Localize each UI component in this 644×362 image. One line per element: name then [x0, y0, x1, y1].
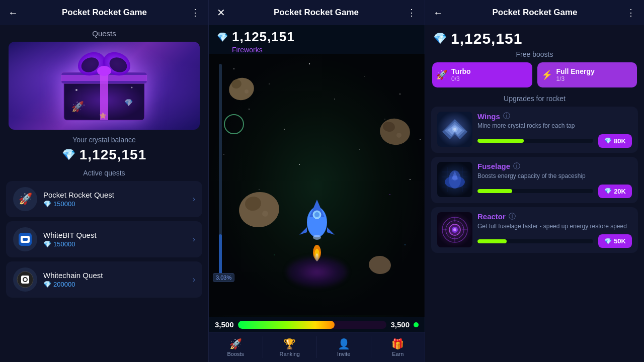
full-energy-count: 1/3	[556, 75, 565, 82]
reactor-upgrade-button[interactable]: 💎 50K	[598, 234, 632, 248]
svg-point-33	[420, 139, 421, 140]
game-crystal-icon: 💎	[217, 32, 228, 43]
panel1-header: ← Pocket Rocket Game ⋮	[0, 0, 208, 25]
quest-name-0: Pocket Rocket Quest	[43, 191, 187, 199]
panel3-score: 💎 1,125,151	[425, 25, 644, 48]
energy-bar-fill	[219, 234, 222, 277]
turbo-boost-button[interactable]: 🚀 Turbo 0/3	[432, 62, 532, 87]
full-energy-boost-button[interactable]: ⚡ Full Energy 1/3	[537, 62, 637, 87]
wings-image	[437, 112, 472, 147]
svg-text:💎: 💎	[124, 99, 133, 107]
nav-item-invite[interactable]: 👤 Invite	[317, 332, 371, 362]
fuselage-progress-fill	[477, 189, 512, 193]
game-crystal-number: 1,125,151	[232, 29, 295, 45]
reactor-name-row: Reactor ⓘ	[477, 212, 632, 221]
panel3-crystal-number: 1,125,151	[451, 30, 522, 47]
crystal-balance-label: Your crystal balance	[0, 134, 208, 145]
free-boosts-title: Free boosts	[425, 48, 644, 62]
quest-reward-icon-2: 💎	[43, 281, 51, 288]
turbo-info: Turbo 0/3	[451, 67, 471, 82]
quest-info-0: Pocket Rocket Quest 💎 150000	[43, 191, 187, 208]
reactor-info: Reactor ⓘ Get full fuselage faster - spe…	[477, 212, 632, 248]
active-quests-title: Active quests	[0, 167, 208, 181]
quest-reward-1: 💎 150000	[43, 240, 187, 248]
svg-point-57	[313, 235, 321, 240]
turbo-count: 0/3	[451, 75, 460, 82]
quest-item-1[interactable]: WhiteBIT Quest 💎 150000 ›	[6, 221, 202, 257]
svg-point-37	[259, 189, 259, 190]
fuselage-bottom: 💎 20K	[477, 185, 632, 198]
ranking-label: Ranking	[280, 351, 300, 357]
full-energy-name: Full Energy	[556, 67, 595, 75]
game-score: 💎 1,125,151	[209, 25, 425, 46]
fuselage-upgrade-button[interactable]: 💎 20K	[598, 185, 632, 198]
wings-name: Wings	[477, 112, 500, 121]
upgrade-item-reactor: Reactor ⓘ Get full fuselage faster - spe…	[431, 207, 638, 253]
quest-name-2: Whitechain Quest	[43, 271, 187, 280]
quest-arrow-0: ›	[193, 195, 195, 204]
quest-icon-0: 🚀	[13, 187, 37, 211]
svg-point-43	[405, 244, 406, 245]
svg-point-28	[399, 94, 400, 95]
svg-point-49	[396, 133, 401, 138]
quest-name-1: WhiteBIT Quest	[43, 231, 187, 239]
svg-point-9	[97, 66, 111, 76]
boost-buttons-row: 🚀 Turbo 0/3 ⚡ Full Energy 1/3	[425, 62, 644, 93]
panel1-title: Pocket Rocket Game	[62, 8, 147, 18]
nav-item-boosts[interactable]: 🚀 Boosts	[209, 332, 263, 362]
progress-dot	[414, 322, 419, 327]
reactor-progress-bar	[477, 239, 593, 243]
panel2-menu-button[interactable]: ⋮	[407, 7, 417, 18]
svg-point-40	[389, 194, 390, 195]
quest-reward-icon-1: 💎	[43, 240, 51, 248]
quest-icon-1	[13, 227, 37, 251]
fuselage-progress-bar	[477, 189, 593, 193]
upgrades-panel: ← Pocket Rocket Game ⋮ 💎 1,125,151 Free …	[425, 0, 644, 362]
fuselage-image	[437, 162, 472, 197]
panel1-crystal-icon: 💎	[62, 148, 75, 161]
turbo-icon: 🚀	[436, 69, 447, 80]
nav-item-ranking[interactable]: 🏆 Ranking	[263, 332, 317, 362]
energy-bar-track	[219, 64, 222, 277]
panel3-crystal-icon: 💎	[433, 32, 447, 45]
quest-reward-value-1: 150000	[53, 240, 75, 248]
quest-item-2[interactable]: Whitechain Quest 💎 200000 ›	[6, 261, 202, 298]
game-area[interactable]: 3.03%	[209, 54, 425, 317]
fireworks-label: Fireworks	[209, 46, 425, 54]
planet-ring	[224, 114, 244, 134]
wings-cost-icon: 💎	[604, 137, 612, 144]
wings-bottom: 💎 80K	[477, 134, 632, 148]
energy-progress-fill	[238, 321, 335, 329]
reactor-cost: 50K	[614, 237, 626, 245]
progress-percentage-badge: 3.03%	[213, 273, 234, 282]
wings-cost: 80K	[614, 137, 626, 145]
panel1-menu-button[interactable]: ⋮	[191, 7, 200, 18]
svg-point-52	[262, 211, 268, 217]
panel3-title: Pocket Rocket Game	[492, 8, 577, 18]
wings-progress-bar	[477, 139, 593, 143]
panel2-close-button[interactable]: ✕	[217, 7, 225, 19]
fuselage-info: Fuselage ⓘ Boosts energy capacity of the…	[477, 162, 632, 198]
nav-item-earn[interactable]: 🎁 Earn	[371, 332, 425, 362]
wings-info: Wings ⓘ Mine more crystal rocks for each…	[477, 112, 632, 148]
svg-point-29	[249, 109, 250, 110]
reactor-name: Reactor	[477, 212, 506, 221]
quest-item-0[interactable]: 🚀 Pocket Rocket Quest 💎 150000 ›	[6, 181, 202, 217]
svg-point-30	[334, 99, 335, 100]
boosts-label: Boosts	[227, 351, 244, 357]
panel2-title: Pocket Rocket Game	[274, 8, 359, 18]
panel1-back-button[interactable]: ←	[8, 7, 18, 19]
fuselage-info-icon: ⓘ	[513, 162, 520, 171]
turbo-name: Turbo	[451, 67, 471, 75]
fuselage-name: Fuselage	[477, 162, 510, 170]
panel3-menu-button[interactable]: ⋮	[626, 7, 636, 18]
fuselage-cost-icon: 💎	[604, 188, 612, 195]
upgrade-item-wings: Wings ⓘ Mine more crystal rocks for each…	[431, 107, 638, 153]
wings-upgrade-button[interactable]: 💎 80K	[598, 134, 632, 148]
wings-info-icon: ⓘ	[503, 112, 510, 121]
svg-point-72	[452, 175, 457, 180]
svg-point-34	[223, 154, 224, 155]
panel1-crystal-number: 1,125,151	[79, 147, 147, 163]
reactor-progress-fill	[477, 239, 507, 243]
panel3-back-button[interactable]: ←	[433, 7, 443, 19]
